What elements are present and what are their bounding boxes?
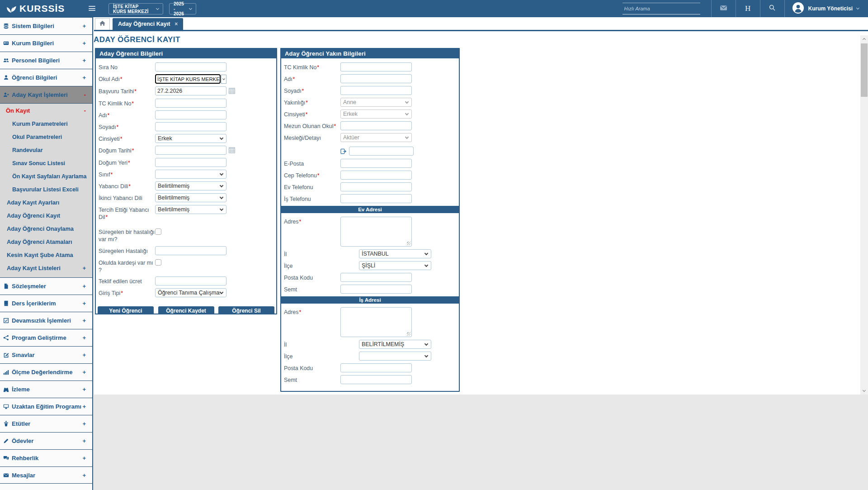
sidebar-item-aday-kayit-islemleri[interactable]: Aday Kayıt İşlemleri - <box>0 86 92 103</box>
sidebar-item-sinav-sonuc-listesi[interactable]: Sınav Sonuc Listesi <box>0 157 92 170</box>
sidebar-item-devamsizlik-islemleri[interactable]: Devamsızlık İşlemleri + <box>0 312 92 329</box>
yakin-cinsiyeti-select[interactable]: Erkek <box>340 109 412 119</box>
sidebar-item-izleme[interactable]: İzleme + <box>0 381 92 398</box>
resize-handle[interactable] <box>407 242 410 245</box>
yakin-adi-input[interactable] <box>340 74 412 83</box>
expand-icon[interactable]: + <box>82 265 86 271</box>
expand-icon[interactable]: + <box>82 455 86 461</box>
sidebar-item-program-gelistirme[interactable]: Program Geliştirme + <box>0 329 92 346</box>
expand-icon[interactable]: + <box>82 317 86 324</box>
cep-telefonu-input[interactable] <box>340 171 412 180</box>
meslegi-detayi-select[interactable]: Aktüer <box>340 133 412 142</box>
sidebar-item-sistem-bilgileri[interactable]: Sistem Bilgileri + <box>0 17 92 34</box>
ev-adres-textarea[interactable] <box>340 217 412 247</box>
adi-input[interactable] <box>155 110 226 119</box>
ev-posta-kodu-input[interactable] <box>340 273 412 282</box>
sidebar-item-aday-kayit-listeleri[interactable]: Aday Kayıt Listeleri + <box>0 262 92 275</box>
e-posta-input[interactable] <box>340 159 412 168</box>
calendar-icon[interactable] <box>229 88 235 96</box>
basvuru-tarihi-input[interactable] <box>155 86 226 95</box>
sidebar-item-on-kayit-sayfalari-ayarlama[interactable]: Ön Kayıt Sayfaları Ayarlama <box>0 170 92 183</box>
expand-icon[interactable]: + <box>82 23 86 29</box>
select-dropdown-button[interactable] <box>221 75 226 84</box>
ikinci-yabanci-dili-select[interactable]: Belirtilmemiş <box>155 193 226 202</box>
ev-ilce-select[interactable]: ŞİŞLİ <box>359 261 431 270</box>
scrollbar-thumb[interactable] <box>861 43 868 97</box>
messages-button[interactable] <box>711 0 736 17</box>
sidebar-item-ogrenci-bilgileri[interactable]: Öğrenci Bilgileri + <box>0 69 92 86</box>
yakin-tc-kimlik-no-input[interactable] <box>340 62 412 71</box>
ogrenci-sil-button[interactable]: Öğrenci Sil <box>218 306 274 314</box>
expand-icon[interactable]: + <box>82 283 86 290</box>
mezun-olunan-okul-input[interactable] <box>340 121 412 130</box>
collapse-icon[interactable]: - <box>84 91 86 98</box>
quick-search-input[interactable] <box>623 3 700 14</box>
is-ilce-select[interactable] <box>359 352 431 361</box>
ev-il-select[interactable]: İSTANBUL <box>359 249 431 258</box>
expand-icon[interactable]: + <box>82 300 86 307</box>
is-semt-input[interactable] <box>340 375 412 384</box>
expand-icon[interactable]: + <box>82 352 86 358</box>
expand-icon[interactable]: + <box>82 369 86 376</box>
expand-icon[interactable]: + <box>82 438 86 444</box>
yeni-ogrenci-button[interactable]: Yeni Öğrenci <box>98 306 154 314</box>
sidebar-item-etutler[interactable]: Etütler + <box>0 415 92 432</box>
yabanci-dili-select[interactable]: Belirtilmemiş <box>155 181 226 190</box>
sidebar-item-uzaktan-egitim-programi[interactable]: Uzaktan Eğitim Programı + <box>0 398 92 415</box>
teklif-edilen-ucret-input[interactable] <box>155 276 226 285</box>
tc-kimlik-no-input[interactable] <box>155 99 226 108</box>
sidebar-item-sinavlar[interactable]: Sınavlar + <box>0 346 92 363</box>
sidebar-item-rehberlik[interactable]: Rehberlik + <box>0 449 92 466</box>
sidebar-item-odevler[interactable]: Ödevler + <box>0 432 92 449</box>
phone-export-icon[interactable] <box>340 148 346 156</box>
sidebar-item-basvurular-listesi-exceli[interactable]: Başvurular Listesi Exceli <box>0 183 92 196</box>
yakinligi-select[interactable]: Anne <box>340 98 412 107</box>
scroll-up-button[interactable] <box>860 35 868 43</box>
sidebar-item-aday-ogrenci-onaylama[interactable]: Aday Öğrenci Onaylama <box>0 222 92 235</box>
ev-semt-input[interactable] <box>340 285 412 294</box>
vertical-scrollbar[interactable] <box>860 35 868 395</box>
home-tab[interactable] <box>95 18 110 30</box>
giris-tipi-select[interactable]: Öğrenci Tanıma Çalışması <box>155 288 226 297</box>
ev-telefonu-input[interactable] <box>340 182 412 191</box>
okulda-kardesi-checkbox[interactable] <box>155 259 161 266</box>
sidebar-item-aday-ogrenci-kayit[interactable]: Aday Öğrenci Kayıt <box>0 209 92 222</box>
is-il-select[interactable]: BELİRTİLMEMİŞ <box>359 340 431 349</box>
help-button[interactable]: H <box>736 0 760 17</box>
school-select[interactable]: İŞTE KİTAP KURS MERKEZİ <box>108 3 163 14</box>
sidebar-item-sozlesmeler[interactable]: Sözleşmeler + <box>0 277 92 295</box>
close-icon[interactable]: × <box>175 21 178 27</box>
is-adres-textarea[interactable] <box>340 307 412 337</box>
suregelen-hastalik-checkbox[interactable] <box>155 228 161 235</box>
user-menu[interactable]: Kurum Yöneticisi <box>784 0 862 17</box>
is-telefonu-input[interactable] <box>340 194 412 203</box>
calendar-icon[interactable] <box>229 147 235 155</box>
sinif-select[interactable] <box>155 170 226 179</box>
menu-toggle-icon[interactable] <box>89 6 95 11</box>
expand-icon[interactable]: + <box>82 386 86 393</box>
sidebar-item-personel-bilgileri[interactable]: Personel Bilgileri + <box>0 52 92 69</box>
sidebar-item-kurum-parametreleri[interactable]: Kurum Parametreleri <box>0 117 92 130</box>
dogum-yeri-input[interactable] <box>155 158 226 167</box>
sidebar-item-randevular[interactable]: Randevular <box>0 143 92 157</box>
dogum-tarihi-input[interactable] <box>155 146 226 155</box>
expand-icon[interactable]: + <box>82 334 86 341</box>
is-posta-kodu-input[interactable] <box>340 363 412 372</box>
sidebar-item-aday-ogrenci-atamalari[interactable]: Aday Öğrenci Atamaları <box>0 235 92 248</box>
ogrenci-kaydet-button[interactable]: Öğrenci Kaydet <box>158 306 214 314</box>
expand-icon[interactable]: + <box>82 403 86 410</box>
cinsiyeti-select[interactable]: Erkek <box>155 134 226 143</box>
expand-icon[interactable]: + <box>82 57 86 64</box>
year-select[interactable]: 2025 - 2026 <box>169 3 196 14</box>
sidebar-item-aday-kayit-ayarlari[interactable]: Aday Kayıt Ayarları <box>0 196 92 209</box>
expand-icon[interactable]: + <box>82 472 86 479</box>
sidebar-item-on-kayit[interactable]: Ön Kayıt - <box>0 104 92 117</box>
search-button[interactable] <box>760 0 784 17</box>
scroll-down-button[interactable] <box>860 387 868 395</box>
suregelen-hastaligi-input[interactable] <box>155 246 226 255</box>
tercih-ettigi-yabanci-dil-select[interactable]: Belirtilmemiş <box>155 205 226 214</box>
sidebar-item-olcme-degerlendirme[interactable]: Ölçme Değerlendirme + <box>0 363 92 381</box>
expand-icon[interactable]: + <box>82 74 86 81</box>
sidebar-item-ders-iceriklerim[interactable]: Ders İçeriklerim + <box>0 295 92 312</box>
ek-telefon-input[interactable] <box>349 147 414 156</box>
